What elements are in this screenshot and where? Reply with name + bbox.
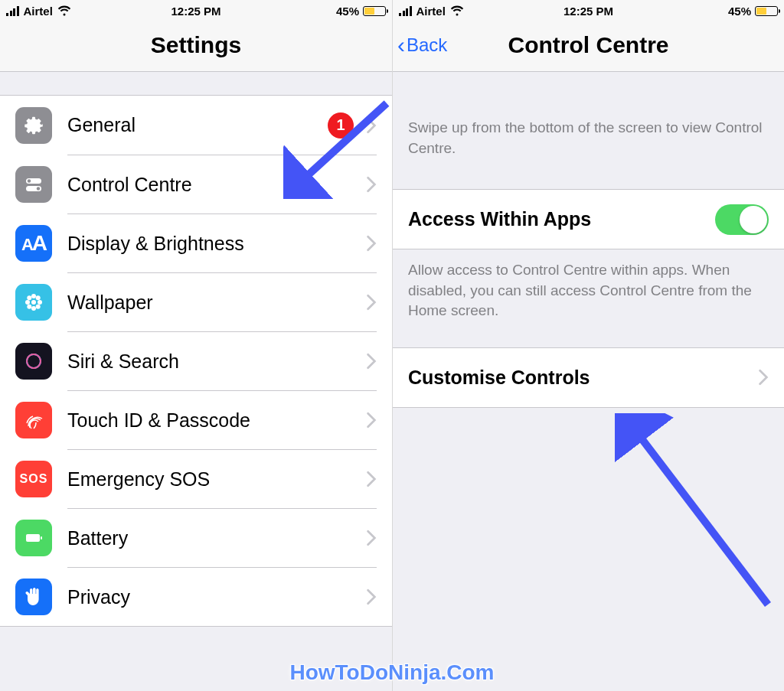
cell-label: Wallpaper [67, 292, 360, 314]
cell-label: Privacy [67, 586, 360, 608]
access-within-apps-row[interactable]: Access Within Apps [393, 190, 784, 249]
settings-row-general[interactable]: General 1 [0, 96, 392, 155]
group-hint-top: Swipe up from the bottom of the screen t… [393, 72, 784, 189]
svg-line-19 [634, 429, 768, 605]
cell-label: Control Centre [67, 174, 360, 196]
watermark: HowToDoNinja.Com [0, 660, 784, 685]
control-centre-screen: Airtel 12:25 PM 45% ‹ Back Control Centr… [392, 0, 784, 691]
settings-screen: Airtel 12:25 PM 45% Settings General 1 [0, 0, 392, 691]
clock: 12:25 PM [0, 5, 392, 18]
cell-label: Display & Brightness [67, 233, 360, 255]
toggles-icon [15, 166, 52, 203]
svg-point-4 [31, 300, 36, 305]
access-group: Access Within Apps [393, 189, 784, 249]
svg-point-8 [38, 300, 42, 305]
gear-icon [15, 107, 52, 144]
back-button[interactable]: ‹ Back [397, 18, 447, 71]
svg-rect-17 [41, 536, 42, 539]
settings-row-siri[interactable]: Siri & Search [0, 331, 392, 390]
svg-point-15 [24, 351, 44, 370]
hand-icon [15, 579, 52, 615]
status-bar: Airtel 12:25 PM 45% [393, 0, 784, 18]
cell-label: General [67, 114, 328, 136]
cell-label: Emergency SOS [67, 468, 360, 491]
chevron-right-icon [366, 588, 377, 605]
flower-icon [15, 284, 52, 321]
chevron-right-icon [366, 412, 377, 429]
letters-icon: AA [15, 225, 52, 262]
chevron-right-icon [366, 530, 377, 546]
nav-bar: ‹ Back Control Centre [393, 18, 784, 72]
chevron-right-icon [366, 117, 377, 134]
svg-point-9 [27, 295, 31, 300]
svg-point-7 [25, 300, 30, 305]
access-toggle[interactable] [715, 204, 769, 235]
svg-point-5 [31, 294, 36, 298]
nav-bar: Settings [0, 18, 392, 72]
customise-group: Customise Controls [393, 347, 784, 408]
siri-icon [15, 343, 52, 380]
customise-controls-row[interactable]: Customise Controls [393, 348, 784, 407]
sos-icon: SOS [15, 461, 52, 497]
battery-icon [755, 6, 778, 16]
settings-row-display[interactable]: AA Display & Brightness [0, 213, 392, 272]
settings-row-wallpaper[interactable]: Wallpaper [0, 272, 392, 331]
clock: 12:25 PM [393, 5, 784, 18]
notification-badge: 1 [328, 112, 354, 139]
svg-point-1 [28, 179, 31, 182]
svg-rect-16 [26, 534, 40, 542]
spacer [0, 72, 392, 95]
settings-list: General 1 Control Centre AA [0, 95, 392, 627]
settings-row-privacy[interactable]: Privacy [0, 567, 392, 626]
battery-icon [363, 6, 386, 16]
cell-label: Customise Controls [408, 367, 752, 389]
svg-point-12 [36, 304, 41, 308]
battery-icon [15, 520, 52, 556]
settings-row-control-centre[interactable]: Control Centre [0, 155, 392, 213]
chevron-right-icon [366, 235, 377, 252]
cell-label: Siri & Search [67, 350, 360, 373]
chevron-right-icon [366, 176, 377, 193]
fingerprint-icon [15, 402, 52, 438]
cell-label: Access Within Apps [408, 208, 715, 230]
settings-row-emergency-sos[interactable]: SOS Emergency SOS [0, 449, 392, 508]
settings-row-battery[interactable]: Battery [0, 508, 392, 567]
annotation-arrow-right [615, 413, 776, 612]
status-bar: Airtel 12:25 PM 45% [0, 0, 392, 18]
chevron-left-icon: ‹ [397, 34, 405, 57]
chevron-right-icon [366, 294, 377, 311]
chevron-right-icon [366, 353, 377, 370]
cell-label: Battery [67, 527, 360, 549]
group-hint-access: Allow access to Control Centre within ap… [393, 249, 784, 332]
svg-point-6 [31, 306, 36, 311]
settings-row-touch-id[interactable]: Touch ID & Passcode [0, 390, 392, 449]
page-title: Settings [151, 32, 241, 58]
svg-point-10 [36, 295, 41, 300]
back-label: Back [407, 34, 447, 56]
cell-label: Touch ID & Passcode [67, 409, 360, 432]
chevron-right-icon [366, 471, 377, 487]
svg-point-11 [27, 304, 31, 308]
page-title: Control Centre [508, 32, 669, 58]
svg-point-3 [37, 187, 40, 190]
chevron-right-icon [758, 369, 769, 386]
